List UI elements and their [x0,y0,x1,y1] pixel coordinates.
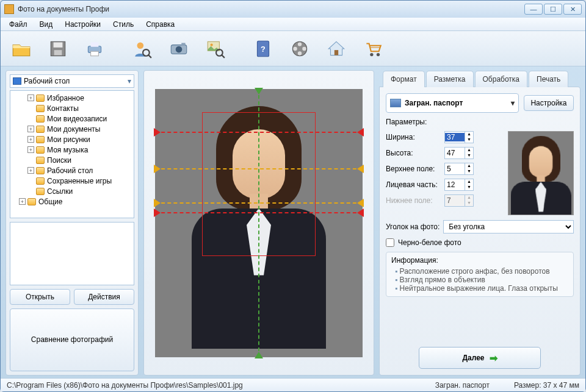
folder-icon [36,146,45,154]
tree-node[interactable]: +Рабочий стол [10,165,134,176]
folder-icon [36,157,45,164]
guide-handle[interactable] [154,128,161,137]
output-preview [508,131,574,215]
open-button[interactable]: Открыть [10,289,70,305]
center-pane [143,70,374,376]
status-path: C:\Program Files (x86)\Фото на документы… [7,381,243,390]
tab-layout[interactable]: Разметка [426,71,474,87]
video-reel-button[interactable] [284,35,316,63]
spin-up[interactable]: ▲ [465,132,473,137]
svg-rect-4 [91,42,99,46]
tree-node[interactable]: +Общие [10,196,134,207]
menu-view[interactable]: Вид [35,19,58,30]
compare-button[interactable]: Сравнение фотографий [10,308,134,372]
folder-icon [36,126,45,133]
guide-handle[interactable] [357,208,364,217]
folder-icon [36,105,45,112]
print-button[interactable] [79,35,110,63]
folder-icon [27,198,36,205]
bw-label: Черно-белое фото [398,238,461,247]
format-select[interactable]: Загран. паспорт ▾ [386,93,519,113]
guide-handle[interactable] [357,199,364,207]
tree-node[interactable]: +Мои рисунки [10,134,134,144]
tree-node[interactable]: +Мои документы [10,124,134,134]
titlebar: Фото на документы Профи — ☐ ✕ [1,1,585,18]
guide-handle[interactable] [357,165,364,173]
help-button[interactable]: ? [247,35,279,63]
window-title: Фото на документы Профи [18,5,524,13]
info-item: Нейтральное выражение лица. Глаза открыт… [395,284,568,293]
tree-node[interactable]: Мои видеозаписи [10,113,134,124]
minimize-button[interactable]: — [524,4,543,15]
tree-node[interactable]: Контакты [10,103,134,113]
app-window: Фото на документы Профи — ☐ ✕ Файл Вид Н… [0,0,586,392]
folder-tree[interactable]: +Избранное Контакты Мои видеозаписи +Мои… [10,90,134,218]
tree-node[interactable]: +Моя музыка [10,144,134,155]
left-pane: Рабочий стол ▾ +Избранное Контакты Мои в… [5,70,139,376]
guide-handle[interactable] [255,352,263,358]
params-label: Параметры: [386,118,574,126]
next-button[interactable]: Далее ➡ [419,347,541,369]
menu-settings[interactable]: Настройки [60,19,106,30]
arrow-right-icon: ➡ [490,352,497,364]
bw-checkbox[interactable] [386,238,394,247]
tree-node[interactable]: Сохраненные игры [10,176,134,186]
folder-icon [36,167,45,174]
face-input[interactable]: ▲▼ [444,179,474,191]
menu-style[interactable]: Стиль [108,19,139,30]
status-size: Размер: 37 x 47 мм [514,381,579,390]
guide-handle[interactable] [154,165,161,173]
svg-point-6 [137,42,144,49]
photo-canvas[interactable] [155,89,363,357]
svg-line-8 [148,54,151,57]
folder-icon [36,136,45,143]
actions-button[interactable]: Действия [74,289,134,305]
camera-button[interactable] [163,35,195,63]
folder-icon [36,94,45,102]
open-folder-button[interactable] [5,35,37,63]
svg-point-13 [211,43,213,46]
svg-rect-1 [54,42,63,48]
location-dropdown[interactable]: Рабочий стол ▾ [10,74,134,88]
spin-down[interactable]: ▼ [465,137,473,143]
guide-handle[interactable] [154,208,161,217]
svg-point-20 [302,46,306,50]
desktop-icon [13,77,21,85]
tab-format[interactable]: Формат [383,71,425,87]
svg-rect-11 [181,43,185,45]
tab-process[interactable]: Обработка [475,71,528,87]
svg-text:?: ? [261,45,266,54]
close-button[interactable]: ✕ [563,4,582,15]
folder-icon [36,115,45,123]
width-input[interactable]: ▲▼ [444,131,474,143]
svg-point-21 [298,51,302,55]
guide-handle[interactable] [154,199,161,207]
user-zoom-button[interactable] [126,35,158,63]
window-controls: — ☐ ✕ [524,4,582,15]
save-button[interactable] [42,35,74,63]
content: Рабочий стол ▾ +Избранное Контакты Мои в… [1,66,585,378]
corner-select[interactable]: Без уголка [443,220,574,233]
app-icon [4,4,14,14]
menu-file[interactable]: Файл [4,19,32,30]
topfield-input[interactable]: ▲▼ [444,163,474,175]
guide-handle[interactable] [255,88,263,94]
menu-help[interactable]: Справка [141,19,179,30]
right-pane: Формат Разметка Обработка Печать Загран.… [379,70,581,376]
tree-node[interactable]: Поиски [10,155,134,165]
svg-point-10 [176,46,183,52]
format-settings-button[interactable]: Настройка [524,95,574,111]
picture-zoom-button[interactable] [200,35,231,63]
tab-print[interactable]: Печать [529,71,568,87]
info-item: Расположение строго анфас, без поворотов [395,267,568,276]
guide-handle[interactable] [357,128,364,137]
tree-node[interactable]: Ссылки [10,186,134,196]
info-item: Взгляд прямо в объектив [395,276,568,284]
maximize-button[interactable]: ☐ [544,4,562,15]
tree-node[interactable]: +Избранное [10,93,134,103]
svg-point-24 [370,52,373,55]
home-button[interactable] [320,35,352,63]
height-input[interactable]: ▲▼ [444,147,474,159]
tabs: Формат Разметка Обработка Печать [379,70,581,87]
cart-button[interactable] [357,35,389,63]
